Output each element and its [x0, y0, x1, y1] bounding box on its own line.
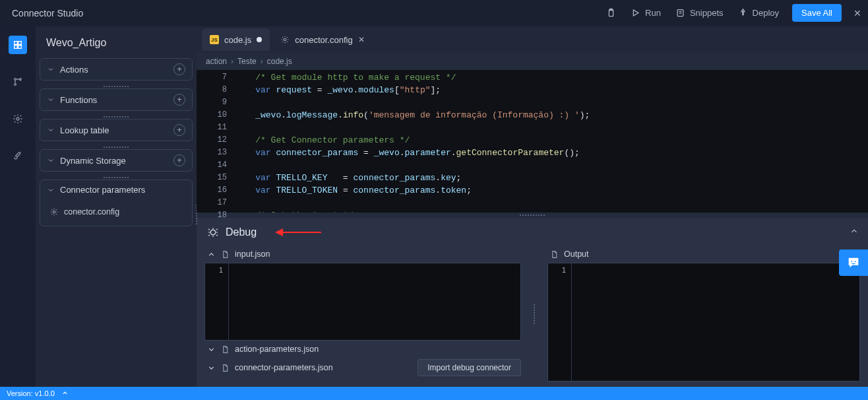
clipboard-button[interactable] [606, 8, 616, 18]
line-number: 15 [197, 172, 235, 184]
project-name: Wevo_Artigo [40, 33, 193, 58]
add-action-button[interactable]: + [173, 63, 185, 75]
clipboard-icon [606, 8, 616, 18]
chat-fab[interactable] [839, 250, 868, 276]
line-number: 1 [205, 266, 223, 275]
rail-branch[interactable] [9, 73, 27, 91]
add-lookup-button[interactable]: + [173, 124, 185, 136]
editor-tabs: JS code.js conector.config ✕ [197, 26, 868, 53]
snippets-icon [675, 8, 685, 18]
tab-config-label: conector.config [295, 35, 352, 45]
gear-icon [49, 207, 59, 217]
panel-lookup-label: Lookup table [60, 125, 168, 135]
breadcrumb: action › Teste › code.js [197, 53, 868, 70]
vertical-drag-handle[interactable] [532, 247, 537, 382]
add-dynamic-button[interactable]: + [173, 154, 185, 166]
file-icon [221, 364, 230, 372]
panel-dynamic-label: Dynamic Storage [60, 156, 168, 166]
import-debug-connector-button[interactable]: Import debug connector [418, 359, 521, 376]
panel-dynamic-header[interactable]: Dynamic Storage + [40, 150, 192, 171]
line-number: 13 [197, 147, 235, 159]
debug-input-header[interactable]: input.json [204, 247, 521, 263]
gear-icon [13, 114, 23, 124]
rail-deploy[interactable] [9, 147, 27, 165]
deploy-button[interactable]: Deploy [738, 8, 779, 18]
panel-connector-params-label: Connector parameters [60, 185, 185, 195]
debug-header: Debug [197, 218, 868, 247]
svg-point-7 [15, 79, 16, 81]
tab-code-js[interactable]: JS code.js [202, 28, 270, 51]
file-conector-config[interactable]: conector.config [44, 203, 188, 220]
chevron-down-icon [207, 345, 216, 354]
horizontal-drag-handle[interactable] [197, 213, 868, 218]
panel-functions-label: Functions [60, 95, 168, 105]
debug-input-editor[interactable]: 1 [204, 263, 521, 341]
chevron-up-icon [61, 389, 69, 397]
chevron-up-icon [850, 226, 859, 236]
panel-lookup-header[interactable]: Lookup table + [40, 119, 192, 141]
rail-home[interactable] [9, 36, 27, 54]
status-expand-button[interactable] [61, 389, 69, 398]
debug-collapse-button[interactable] [850, 226, 859, 238]
close-button[interactable]: ✕ [853, 8, 861, 18]
panel-functions: Functions + [40, 88, 193, 111]
line-number: 12 [197, 134, 235, 147]
debug-action-params-row[interactable]: action-parameters.json [204, 341, 521, 355]
panel-actions-label: Actions [60, 65, 168, 75]
tab-code-label: code.js [224, 35, 251, 45]
play-icon [631, 8, 640, 18]
top-bar: Connector Studio Run Snippets Deploy Sav… [0, 0, 868, 26]
debug-action-params-label: action-parameters.json [235, 345, 319, 354]
chevron-down-icon [47, 156, 55, 164]
crumb-teste[interactable]: Teste [237, 57, 257, 66]
line-number: 14 [197, 159, 235, 172]
tab-close-button[interactable]: ✕ [358, 35, 365, 44]
line-number: 16 [197, 184, 235, 197]
snippets-button[interactable]: Snippets [675, 8, 724, 18]
app-title: Connector Studio [12, 8, 83, 18]
chevron-down-icon [47, 65, 55, 73]
svg-point-8 [15, 84, 16, 86]
side-rail [0, 26, 36, 387]
debug-output-editor[interactable]: 1 [547, 263, 860, 382]
file-icon [550, 250, 559, 259]
debug-connector-params-row[interactable]: connector-parameters.json Import debug c… [204, 355, 521, 378]
rocket-icon [13, 150, 23, 161]
crumb-code[interactable]: code.js [267, 57, 292, 66]
add-function-button[interactable]: + [173, 94, 185, 106]
svg-rect-4 [18, 42, 22, 45]
line-number: 11 [197, 121, 235, 134]
crumb-action[interactable]: action [206, 57, 227, 66]
bug-icon [207, 226, 219, 238]
code-editor[interactable]: 7 8 9 10 11 12 13 14 15 16 17 18 /* Get … [197, 70, 868, 213]
run-button[interactable]: Run [631, 8, 661, 18]
version-label: Version: v1.0.0 [7, 389, 55, 397]
line-gutter: 7 8 9 10 11 12 13 14 15 16 17 18 [197, 70, 235, 213]
debug-connector-params-label: connector-parameters.json [235, 363, 333, 372]
debug-input-column: input.json 1 action-parameters.json [204, 247, 521, 382]
line-number: 10 [197, 109, 235, 121]
line-number: 9 [197, 96, 235, 109]
svg-point-10 [16, 117, 19, 120]
chevron-down-icon [207, 364, 216, 372]
save-all-button[interactable]: Save All [792, 4, 842, 22]
deploy-icon [738, 8, 748, 18]
dirty-indicator-icon [257, 37, 262, 42]
tab-conector-config[interactable]: conector.config ✕ [272, 28, 372, 51]
rail-settings[interactable] [9, 110, 27, 128]
panel-dynamic: Dynamic Storage + [40, 149, 193, 172]
svg-point-14 [851, 261, 852, 262]
content-area: JS code.js conector.config ✕ action › Te… [197, 26, 868, 387]
explorer: Wevo_Artigo Actions + Functions + [36, 26, 197, 387]
chevron-down-icon [47, 96, 55, 104]
debug-output-header: Output [547, 247, 860, 263]
panel-actions-header[interactable]: Actions + [40, 59, 192, 80]
branch-icon [13, 77, 23, 87]
panel-functions-header[interactable]: Functions + [40, 89, 192, 110]
file-label: conector.config [64, 207, 119, 217]
line-number: 8 [197, 84, 235, 96]
panel-lookup: Lookup table + [40, 119, 193, 141]
panel-connector-params-header[interactable]: Connector parameters [40, 180, 192, 199]
debug-title: Debug [226, 226, 257, 238]
code-content[interactable]: /* Get module http to make a request */ … [235, 70, 868, 213]
